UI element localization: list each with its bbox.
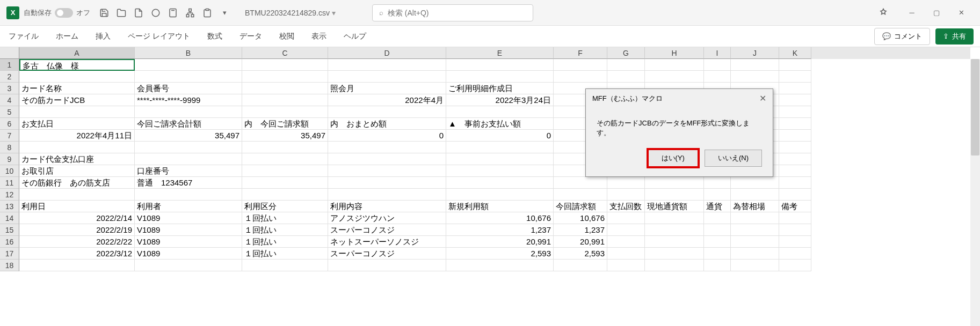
cell-H12[interactable] — [645, 189, 704, 201]
cell-H11[interactable] — [645, 177, 704, 189]
row-header-10[interactable]: 10 — [0, 165, 19, 177]
cell-E1[interactable] — [446, 59, 554, 71]
cell-K2[interactable] — [779, 71, 811, 83]
maximize-button[interactable]: ▢ — [924, 4, 949, 21]
search-box[interactable]: ⌕ — [372, 4, 533, 21]
tab-review[interactable]: 校閲 — [277, 27, 296, 46]
cell-J1[interactable] — [731, 59, 779, 71]
cell-C5[interactable] — [242, 106, 328, 118]
cell-G13[interactable]: 支払回数 — [607, 201, 645, 212]
cell-C7[interactable]: 35,497 — [242, 130, 328, 142]
mic-icon[interactable] — [878, 8, 889, 18]
row-header-1[interactable]: 1 — [0, 59, 19, 71]
cell-J14[interactable] — [731, 212, 779, 224]
cell-B13[interactable]: 利用者 — [135, 201, 242, 212]
cell-J11[interactable] — [731, 177, 779, 189]
cell-E11[interactable] — [446, 177, 554, 189]
col-header-H[interactable]: H — [645, 47, 704, 59]
cell-A4[interactable]: その筋カードJCB — [19, 94, 135, 106]
cell-K18[interactable] — [779, 260, 811, 271]
cell-H15[interactable] — [645, 224, 704, 236]
cell-D8[interactable] — [328, 142, 446, 153]
tab-help[interactable]: ヘルプ — [342, 27, 368, 46]
cell-H17[interactable] — [645, 248, 704, 260]
cell-C6[interactable]: 内 今回ご請求額 — [242, 118, 328, 130]
cell-I18[interactable] — [704, 260, 731, 271]
col-header-F[interactable]: F — [554, 47, 607, 59]
cell-C14[interactable]: １回払い — [242, 212, 328, 224]
cell-K15[interactable] — [779, 224, 811, 236]
tab-file[interactable]: ファイル — [6, 27, 41, 46]
cell-K6[interactable] — [779, 118, 811, 130]
cell-D1[interactable] — [328, 59, 446, 71]
cell-B1[interactable] — [135, 59, 242, 71]
cell-C18[interactable] — [242, 260, 328, 271]
cell-B5[interactable] — [135, 106, 242, 118]
cell-F15[interactable]: 1,237 — [554, 224, 607, 236]
cell-K10[interactable] — [779, 165, 811, 177]
cell-D16[interactable]: ネットスーパーソノスジ — [328, 236, 446, 248]
cell-A2[interactable] — [19, 71, 135, 83]
cell-K8[interactable] — [779, 142, 811, 153]
cell-D12[interactable] — [328, 189, 446, 201]
search-input[interactable] — [388, 9, 526, 17]
cell-K4[interactable] — [779, 94, 811, 106]
cell-A17[interactable]: 2022/3/12 — [19, 248, 135, 260]
cell-K11[interactable] — [779, 177, 811, 189]
col-header-B[interactable]: B — [135, 47, 242, 59]
dialog-no-button[interactable]: いいえ(N) — [705, 150, 762, 167]
cell-C10[interactable] — [242, 165, 328, 177]
cell-K13[interactable]: 備考 — [779, 201, 811, 212]
cell-B12[interactable] — [135, 189, 242, 201]
cell-A13[interactable]: 利用日 — [19, 201, 135, 212]
cell-K9[interactable] — [779, 153, 811, 165]
cell-C17[interactable]: １回払い — [242, 248, 328, 260]
cell-C12[interactable] — [242, 189, 328, 201]
row-header-4[interactable]: 4 — [0, 94, 19, 106]
cell-H13[interactable]: 現地通貨額 — [645, 201, 704, 212]
cell-F14[interactable]: 10,676 — [554, 212, 607, 224]
cell-A1[interactable]: 多古 仏像 様 — [19, 59, 135, 71]
share-button[interactable]: ⇪ 共有 — [935, 28, 974, 45]
cell-E16[interactable]: 20,991 — [446, 236, 554, 248]
cell-B16[interactable]: V1089 — [135, 236, 242, 248]
cell-I16[interactable] — [704, 236, 731, 248]
cell-E17[interactable]: 2,593 — [446, 248, 554, 260]
cell-A5[interactable] — [19, 106, 135, 118]
cell-B8[interactable] — [135, 142, 242, 153]
cell-I11[interactable] — [704, 177, 731, 189]
cell-K14[interactable] — [779, 212, 811, 224]
cell-A10[interactable]: お取引店 — [19, 165, 135, 177]
cell-B15[interactable]: V1089 — [135, 224, 242, 236]
cell-C15[interactable]: １回払い — [242, 224, 328, 236]
col-header-J[interactable]: J — [731, 47, 779, 59]
cell-I2[interactable] — [704, 71, 731, 83]
cells-container[interactable]: 多古 仏像 様カード名称会員番号照会月ご利用明細作成日その筋カードJCB****… — [19, 59, 970, 326]
cell-K5[interactable] — [779, 106, 811, 118]
dialog-yes-button[interactable]: はい(Y) — [648, 150, 698, 167]
cell-G15[interactable] — [607, 224, 645, 236]
cell-D10[interactable] — [328, 165, 446, 177]
cell-C11[interactable] — [242, 177, 328, 189]
col-header-G[interactable]: G — [607, 47, 645, 59]
cell-F12[interactable] — [554, 189, 607, 201]
tab-view[interactable]: 表示 — [309, 27, 329, 46]
cell-D9[interactable] — [328, 153, 446, 165]
cell-J15[interactable] — [731, 224, 779, 236]
cell-J13[interactable]: 為替相場 — [731, 201, 779, 212]
row-header-15[interactable]: 15 — [0, 224, 19, 236]
cell-G17[interactable] — [607, 248, 645, 260]
cell-F13[interactable]: 今回請求額 — [554, 201, 607, 212]
cell-D7[interactable]: 0 — [328, 130, 446, 142]
cell-B2[interactable] — [135, 71, 242, 83]
row-header-18[interactable]: 18 — [0, 260, 19, 271]
cell-D14[interactable]: アノスジツウハン — [328, 212, 446, 224]
cell-H14[interactable] — [645, 212, 704, 224]
cell-E9[interactable] — [446, 153, 554, 165]
cell-I12[interactable] — [704, 189, 731, 201]
row-header-6[interactable]: 6 — [0, 118, 19, 130]
cell-C2[interactable] — [242, 71, 328, 83]
scroll-thumb[interactable] — [971, 59, 979, 155]
cell-C3[interactable] — [242, 83, 328, 94]
col-header-I[interactable]: I — [704, 47, 731, 59]
